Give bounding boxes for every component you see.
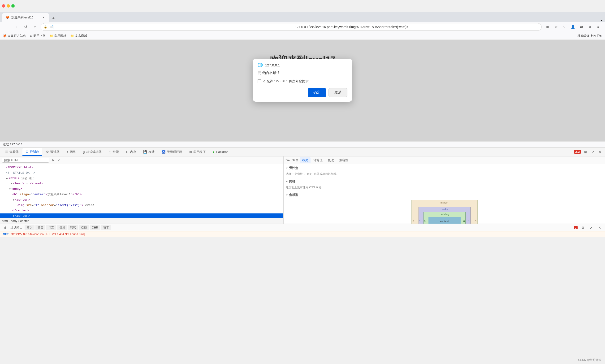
close-button[interactable]: [2, 4, 5, 8]
url-text[interactable]: 127.0.0.1/xss/level16.php?keyword=<img%0…: [295, 25, 539, 29]
maximize-button[interactable]: [11, 4, 15, 8]
filter-log-btn[interactable]: 日志: [46, 225, 56, 230]
forward-button[interactable]: →: [12, 23, 20, 31]
devtools-tab-performance[interactable]: ◷ 性能: [105, 148, 122, 156]
filter-info-btn[interactable]: 信息: [57, 225, 67, 230]
network-icon: ↕: [67, 150, 68, 154]
devtools-tab-styleeditor[interactable]: {} 样式编辑器: [80, 148, 105, 156]
breadcrumb-html[interactable]: html: [2, 219, 8, 223]
boxmodel-header: ▼ 盒模型: [286, 193, 603, 197]
tab-computed[interactable]: 计算值: [311, 157, 325, 163]
grid-collapse-icon[interactable]: ▼: [286, 180, 288, 183]
html-line-html[interactable]: ▶<html> 活动 溢出: [0, 176, 283, 181]
html-line-body[interactable]: ▼<body>: [0, 186, 283, 192]
menu-icon[interactable]: ≡: [595, 23, 602, 31]
html-search-input[interactable]: [2, 158, 49, 163]
console-filters: 错误 警告 日志 信息 调试 CSS XHR 请求: [25, 225, 111, 230]
filter-request-btn[interactable]: 请求: [101, 225, 111, 230]
console-settings-btn[interactable]: ⚙: [579, 224, 586, 231]
breadcrumb-body[interactable]: body: [11, 219, 17, 223]
bookmark-firefox-icon: 🦊: [3, 34, 7, 38]
filter-xhr-btn[interactable]: XHR: [90, 225, 100, 230]
style-editor-label: 样式编辑器: [86, 150, 102, 154]
boxmodel-label: 盒模型: [289, 193, 298, 197]
box-padding-area: padding 0 0 content: [424, 212, 465, 224]
html-line-comment[interactable]: <!--STATUS OK-->: [0, 170, 283, 176]
tab-changes[interactable]: 更改: [325, 157, 336, 163]
debugger-icon: ⚙: [46, 150, 49, 154]
devtools-tab-debugger[interactable]: ⚙ 调试器: [43, 148, 63, 156]
alert-header: 🌐 127.0.0.1: [253, 59, 352, 68]
sync-icon[interactable]: ⇄: [578, 23, 585, 31]
close-tab-button[interactable]: ✕: [42, 16, 45, 19]
bookmark-icon[interactable]: ☆: [552, 23, 560, 31]
filter-debug-btn[interactable]: 调试: [68, 225, 78, 230]
breadcrumb-sep-2: ›: [18, 219, 19, 223]
flexbox-note: 选择一个弹性（Flex）容器或项目以继续。: [286, 171, 603, 177]
browser-tab[interactable]: 🦊 欢迎来到level16 ✕: [2, 13, 49, 22]
address-bar[interactable]: 🔒 📄 127.0.0.1/xss/level16.php?keyword=<i…: [41, 23, 542, 31]
devtools-close-btn[interactable]: ✕: [596, 149, 603, 155]
padding-top-label: padding: [440, 213, 449, 216]
breadcrumb-sep-1: ›: [9, 219, 10, 223]
devtools-expand-btn[interactable]: ⤢: [589, 149, 596, 155]
devtools-right-area: :hov .cls ⊞ 布局 计算值 更改 兼容性 ▼ 弹性盒 选择一个弹性（F…: [283, 156, 605, 224]
tab-scroll-arrows[interactable]: ⌄: [600, 17, 603, 22]
back-button[interactable]: ←: [3, 23, 10, 31]
breadcrumb-center[interactable]: center: [20, 219, 29, 223]
title-bar: [0, 0, 605, 12]
tab-compatibility[interactable]: 兼容性: [337, 157, 351, 163]
bookmark-jd[interactable]: 📁 京东商城: [70, 34, 87, 38]
alert-ok-button[interactable]: 确定: [308, 88, 326, 97]
devtools-tab-network[interactable]: ↕ 网络: [63, 148, 79, 156]
new-tab-button[interactable]: +: [50, 15, 57, 22]
box-border-area: border 1 1 padding 0 0: [419, 207, 471, 224]
devtools-tab-console[interactable]: ⊡ 控制台: [23, 148, 42, 156]
extensions-icon[interactable]: ⊞: [543, 23, 551, 31]
devtools-tab-hackbar[interactable]: ● HackBar: [209, 149, 231, 155]
reload-button[interactable]: ↺: [22, 23, 29, 31]
html-line-img1[interactable]: <img src="1" onerror="alert("xss")"> eve…: [0, 203, 283, 208]
capture-icon[interactable]: ⤢: [56, 158, 62, 163]
html-line-center2[interactable]: ▼<center>: [0, 213, 283, 218]
profile-icon[interactable]: 👤: [569, 23, 577, 31]
devtools-new-panel-btn[interactable]: ⊞: [582, 149, 589, 155]
html-line-center1-close[interactable]: </center>: [0, 208, 283, 213]
html-line-center1[interactable]: ▼<center>: [0, 197, 283, 203]
minimize-button[interactable]: [7, 4, 10, 8]
filter-error-btn[interactable]: 错误: [25, 225, 35, 230]
html-line-h1[interactable]: <h1 align="center">欢迎来到level16</h1>: [0, 192, 283, 197]
alert-cancel-button[interactable]: 取消: [329, 88, 348, 97]
html-line-head[interactable]: ▶<head> ≡ </head>: [0, 181, 283, 186]
alert-domain: 127.0.0.1: [265, 63, 280, 67]
tab-layout[interactable]: 布局: [300, 157, 310, 163]
filter-css-btn[interactable]: CSS: [79, 225, 89, 230]
console-expand-btn[interactable]: ⤢: [588, 224, 595, 231]
error-count-badge: ⚠ 2: [574, 150, 581, 154]
bookmark-newbie[interactable]: ⊕ 新手上路: [30, 34, 46, 38]
devtools-tab-application[interactable]: ⊞ 应用程序: [186, 148, 209, 156]
console-clear-btn[interactable]: 🗑: [2, 224, 9, 231]
right-panel-tabs: :hov .cls ⊞ 布局 计算值 更改 兼容性: [284, 156, 605, 164]
add-node-icon[interactable]: ⊕: [50, 158, 55, 163]
console-close-btn[interactable]: ✕: [596, 224, 603, 231]
bookmark-common[interactable]: 📁 常用网址: [49, 34, 66, 38]
devtools-tab-storage[interactable]: 💾 存储: [140, 148, 158, 156]
filter-warning-btn[interactable]: 警告: [36, 225, 45, 230]
flexbox-collapse-icon[interactable]: ▼: [286, 167, 288, 169]
devtools-tab-memory[interactable]: ⊕ 内存: [123, 148, 140, 156]
devtools-tab-inspector[interactable]: ☰ 查看器: [2, 148, 22, 156]
margin-label: margin: [440, 201, 449, 204]
alert-checkbox[interactable]: [257, 79, 261, 83]
html-search-bar: ⊕ ⤢: [0, 156, 283, 164]
extensions2-icon[interactable]: ⧉: [586, 23, 594, 31]
bookmark-newbie-label: 新手上路: [33, 34, 46, 38]
bookmark-firefox[interactable]: 🦊 火狐官方站点: [3, 34, 26, 38]
home-button[interactable]: ⌂: [31, 23, 39, 31]
html-line-doctype[interactable]: <!DOCTYPE html>: [0, 165, 283, 170]
boxmodel-collapse-icon[interactable]: ▼: [286, 194, 288, 196]
bookmark-jd-icon: 📁: [70, 34, 74, 38]
devtools-tab-accessibility[interactable]: ♿ 无障碍环境: [158, 148, 185, 156]
flexbox-section: ▼ 弹性盒 选择一个弹性（Flex）容器或项目以继续。: [286, 166, 603, 177]
help-icon[interactable]: ?: [561, 23, 568, 31]
